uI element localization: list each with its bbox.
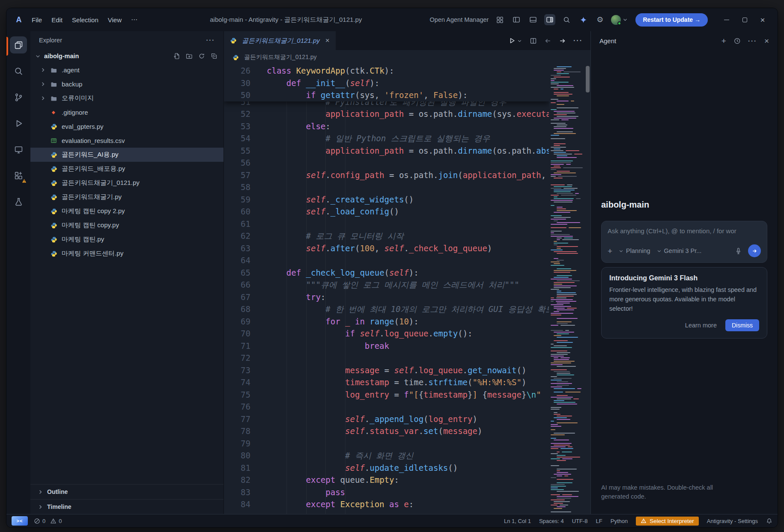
new-folder-icon[interactable] bbox=[186, 53, 193, 59]
error-count: 0 bbox=[42, 518, 45, 524]
tree-item[interactable]: backup bbox=[30, 77, 224, 91]
toggle-panel-right-icon[interactable] bbox=[544, 14, 555, 25]
remote-explorer-icon[interactable] bbox=[10, 141, 27, 158]
workspace-root-row[interactable]: aibolg-main bbox=[30, 49, 224, 63]
warning-count: 0 bbox=[59, 518, 62, 524]
breadcrumb[interactable]: 골든키워드채굴기_0121.py bbox=[224, 50, 590, 65]
tree-item[interactable]: 골든키워드채굴기.py bbox=[30, 190, 224, 204]
tab-active-file[interactable]: 골든키워드채굴기_0121.py × bbox=[224, 31, 336, 50]
collapse-all-icon[interactable] bbox=[211, 53, 218, 59]
new-file-icon[interactable] bbox=[173, 53, 180, 59]
tree-item[interactable]: .gitignore bbox=[30, 105, 224, 119]
send-button[interactable] bbox=[748, 244, 761, 257]
language-mode[interactable]: Python bbox=[611, 518, 628, 524]
gemini-icon[interactable] bbox=[578, 14, 589, 25]
eol-setting[interactable]: LF bbox=[596, 518, 602, 524]
online-status-dot bbox=[617, 21, 621, 25]
testing-beaker-icon[interactable] bbox=[10, 193, 27, 210]
menu-selection[interactable]: Selection bbox=[67, 14, 103, 26]
problems-indicator[interactable]: 0 0 bbox=[34, 518, 62, 524]
menu-more[interactable]: ⋯ bbox=[126, 13, 142, 26]
attach-plus-icon[interactable]: + bbox=[608, 247, 612, 255]
tree-item[interactable]: .agent bbox=[30, 63, 224, 77]
tree-item[interactable]: evaluation_results.csv bbox=[30, 134, 224, 148]
tree-item[interactable]: 오류이미지 bbox=[30, 91, 224, 105]
timeline-section[interactable]: Timeline bbox=[30, 499, 224, 514]
restart-to-update-button[interactable]: Restart to Update → bbox=[635, 13, 708, 27]
refresh-icon[interactable] bbox=[198, 53, 205, 59]
search-view-icon[interactable] bbox=[10, 62, 27, 80]
editor-scrollbar[interactable] bbox=[585, 65, 590, 514]
folder-icon bbox=[51, 67, 59, 74]
minimap[interactable] bbox=[549, 65, 585, 514]
code-line-64: 64 bbox=[224, 254, 549, 267]
layout-grid-icon[interactable] bbox=[494, 14, 505, 25]
toggle-panel-bottom-icon[interactable] bbox=[528, 14, 539, 25]
source-control-icon[interactable] bbox=[10, 89, 27, 106]
editor-more-icon[interactable]: ··· bbox=[573, 37, 583, 45]
outline-section[interactable]: Outline bbox=[30, 484, 224, 499]
history-icon[interactable] bbox=[733, 37, 741, 45]
tree-item[interactable]: 골든키워드_배포용.py bbox=[30, 162, 224, 176]
tab-close-icon[interactable]: × bbox=[325, 36, 330, 45]
code-line-71: 71 break bbox=[224, 340, 549, 352]
code-line-80: 80 # 즉시 화면 갱신 bbox=[224, 449, 549, 462]
select-interpreter-button[interactable]: Select Interpreter bbox=[636, 517, 699, 526]
tree-item[interactable]: 마케팅 캡틴 copy 2.py bbox=[30, 204, 224, 218]
tree-item[interactable]: eval_gpters.py bbox=[30, 119, 224, 134]
open-agent-manager-button[interactable]: Open Agent Manager bbox=[430, 16, 489, 23]
agent-input-card[interactable]: + Planning Gemini 3 Pr... bbox=[601, 221, 767, 263]
remote-indicator[interactable]: >< bbox=[12, 516, 28, 526]
warning-badge-icon bbox=[21, 178, 27, 184]
settings-gear-icon[interactable]: ⚙ bbox=[594, 14, 605, 25]
toggle-panel-left-icon[interactable] bbox=[511, 14, 522, 25]
close-button[interactable]: × bbox=[754, 12, 772, 27]
model-selector[interactable]: Gemini 3 Pr... bbox=[656, 247, 702, 254]
menu-file[interactable]: File bbox=[27, 14, 47, 26]
menu-view[interactable]: View bbox=[103, 14, 126, 26]
tree-item[interactable]: 마케팅 커맨드센터.py bbox=[30, 247, 224, 261]
code-line-57: 57 self.config_path = os.path.join(appli… bbox=[224, 169, 549, 181]
folder-icon bbox=[51, 95, 59, 102]
navigate-forward-icon[interactable] bbox=[559, 37, 566, 45]
mode-selector[interactable]: Planning bbox=[618, 247, 650, 254]
agent-panel-title: Agent bbox=[599, 37, 616, 45]
explorer-more-icon[interactable]: ··· bbox=[206, 37, 215, 44]
agent-more-icon[interactable]: ··· bbox=[748, 37, 757, 45]
code-editor[interactable]: 26class KeywordApp(ctk.CTk):30 def __ini… bbox=[224, 65, 549, 514]
avatar bbox=[611, 15, 621, 25]
notifications-bell-icon[interactable] bbox=[766, 518, 772, 524]
run-python-file-button[interactable] bbox=[508, 37, 522, 45]
search-icon[interactable] bbox=[561, 14, 572, 25]
agent-close-icon[interactable]: × bbox=[764, 37, 769, 45]
tree-item[interactable]: 마케팅 캡틴 copy.py bbox=[30, 218, 224, 232]
agent-panel: Agent + ··· × aibolg-main + bbox=[590, 31, 778, 514]
account-menu[interactable] bbox=[611, 15, 628, 25]
extensions-icon[interactable] bbox=[10, 167, 27, 184]
tree-item[interactable]: 골든키워드_AI용.py bbox=[30, 148, 224, 162]
new-conversation-icon[interactable]: + bbox=[721, 37, 726, 45]
tree-item[interactable]: 마케팅 캡틴.py bbox=[30, 232, 224, 247]
minimize-button[interactable] bbox=[718, 12, 736, 27]
explorer-view-icon[interactable] bbox=[10, 36, 27, 53]
code-line-60: 60 self._load_config() bbox=[224, 205, 549, 218]
dismiss-button[interactable]: Dismiss bbox=[725, 319, 759, 331]
encoding-setting[interactable]: UTF-8 bbox=[572, 518, 588, 524]
code-line-81: 81 self.update_idletasks() bbox=[224, 462, 549, 474]
microphone-icon[interactable] bbox=[735, 247, 742, 255]
antigravity-logo-icon: A bbox=[12, 13, 25, 26]
tree-item[interactable]: 골든키워드채굴기_0121.py bbox=[30, 176, 224, 190]
agent-input[interactable] bbox=[608, 227, 761, 235]
cursor-position[interactable]: Ln 1, Col 1 bbox=[504, 518, 531, 524]
menu-edit[interactable]: Edit bbox=[47, 14, 67, 26]
maximize-button[interactable] bbox=[736, 12, 754, 27]
navigate-back-icon[interactable] bbox=[544, 37, 551, 45]
window-title: aibolg-main - Antigravity - 골든키워드채굴기_012… bbox=[144, 16, 428, 24]
split-editor-icon[interactable] bbox=[530, 37, 537, 45]
learn-more-link[interactable]: Learn more bbox=[685, 322, 717, 329]
indentation-setting[interactable]: Spaces: 4 bbox=[539, 518, 564, 524]
run-debug-icon[interactable] bbox=[10, 115, 27, 132]
scrollbar-thumb[interactable] bbox=[586, 66, 590, 92]
chevron-down-icon bbox=[622, 17, 628, 23]
antigravity-settings[interactable]: Antigravity - Settings bbox=[707, 518, 758, 524]
